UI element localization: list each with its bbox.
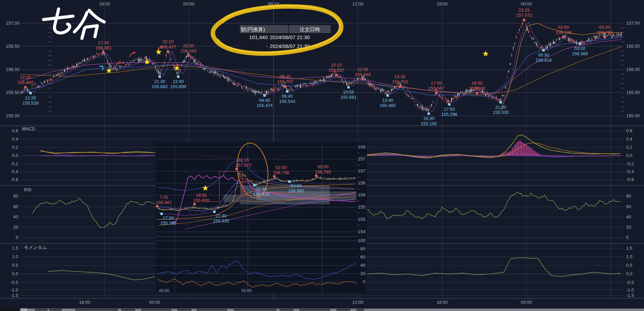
order-table-header-amount: 額(円換算)	[240, 25, 288, 33]
taskbar-button[interactable]	[196, 309, 228, 311]
taskbar-button[interactable]	[177, 309, 192, 311]
taskbar-button[interactable]	[75, 309, 119, 311]
order-table-header-datetime: 注文日時	[289, 25, 330, 33]
taskbar-button[interactable]	[141, 309, 172, 311]
taskbar-strip: 510	[0, 309, 644, 311]
taskbar-button[interactable]	[299, 309, 330, 311]
taskbar-button[interactable]	[279, 309, 294, 311]
taskbar-button[interactable]	[49, 309, 62, 311]
taskbar-button[interactable]	[34, 309, 48, 311]
taskbar-button[interactable]	[121, 309, 136, 311]
inset-chart-window[interactable]	[155, 141, 367, 293]
taskbar-button[interactable]	[356, 309, 365, 311]
taskbar-button[interactable]	[233, 309, 277, 311]
order-table-header: 額(円換算) 注文日時	[240, 25, 330, 33]
taskbar-text-fragment: 510	[21, 308, 27, 311]
taskbar-start-segment[interactable]	[0, 309, 20, 311]
order-info-table: 額(円換算) 注文日時 101,4402024/06/07 21:30-2024…	[240, 25, 330, 51]
order-table-row: -2024/06/07 21:30	[240, 42, 330, 51]
rsi-panel-label: RSI	[24, 187, 32, 192]
momentum-panel-label: モメンタム	[24, 244, 47, 251]
order-table-rows: 101,4402024/06/07 21:30-2024/06/07 21:30	[240, 33, 330, 51]
macd-panel-label: MACD	[22, 126, 35, 131]
trading-chart-app: 18:0000:0006:1012:0018:0000:0018:0000:00…	[0, 0, 644, 311]
taskbar-button[interactable]	[336, 309, 351, 311]
order-table-row: 101,4402024/06/07 21:30	[240, 33, 330, 42]
